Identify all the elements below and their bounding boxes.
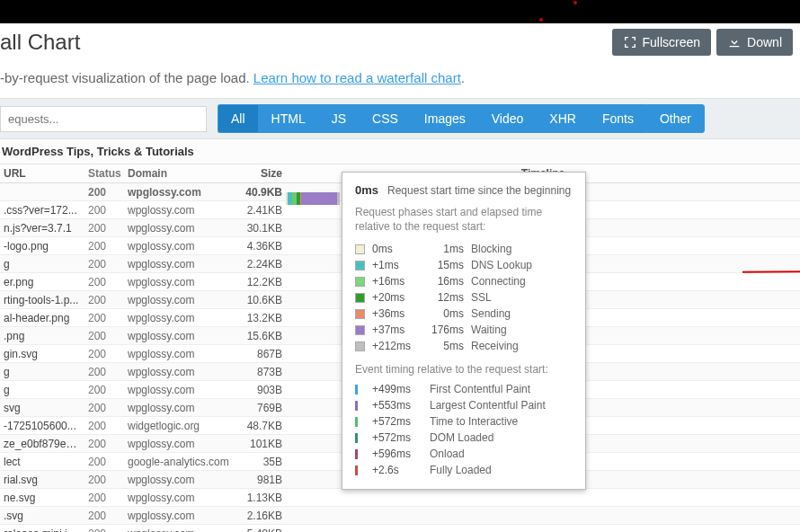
filter-tab-video[interactable]: Video [478,104,537,133]
event-row: +572msDOM Loaded [355,430,573,446]
phase-row: 0ms1msBlocking [355,241,573,257]
phase-row: +16ms16msConnecting [355,273,573,289]
filter-tab-css[interactable]: CSS [359,104,411,133]
page-title: all Chart [0,30,80,55]
event-row: +596msOnload [355,446,573,462]
filter-tab-images[interactable]: Images [411,104,478,133]
page-header: all Chart Fullscreen Downl [0,23,800,61]
waterfall-grid: URL Status Domain Size Timeline 200 wpgl… [0,164,800,532]
phase-row: +212ms5msReceiving [355,338,573,354]
download-button[interactable]: Downl [716,29,793,56]
event-row: +499msFirst Contentful Paint [355,381,573,397]
filter-tabs: AllHTMLJSCSSImagesVideoXHRFontsOther [218,104,705,133]
filter-tab-fonts[interactable]: Fonts [589,104,646,133]
waterfall-docs-link[interactable]: Learn how to read a waterfall chart [253,70,461,85]
waterfall-bar [286,192,340,205]
download-icon [727,35,742,49]
filter-tab-html[interactable]: HTML [258,104,318,133]
phase-row: +1ms15msDNS Lookup [355,257,573,273]
col-url-header[interactable]: URL [0,164,84,182]
event-row: +572msTime to Interactive [355,413,573,430]
col-status-header[interactable]: Status [84,164,124,182]
phase-row: +20ms12msSSL [355,289,573,306]
table-row[interactable]: release.mini.j200wpglossy.com5.40KB [0,525,800,532]
phase-row: +36ms0msSending [355,306,573,322]
col-size-header[interactable]: Size [241,164,286,182]
filter-tab-js[interactable]: JS [318,104,359,133]
phase-row: +37ms176msWaiting [355,322,573,338]
table-row[interactable]: .svg200wpglossy.com2.16KB [0,507,800,525]
filter-tab-all[interactable]: All [218,104,258,133]
context-title: WordPress Tips, Tricks & Tutorials [0,139,800,164]
fullscreen-icon [623,35,637,49]
filter-tab-xhr[interactable]: XHR [536,104,589,133]
filter-requests-input[interactable] [0,106,207,132]
request-tooltip: 0msRequest start time since the beginnin… [342,172,586,490]
col-domain-header[interactable]: Domain [124,164,241,182]
filter-tab-other[interactable]: Other [646,104,705,133]
table-row[interactable]: ne.svg200wpglossy.com1.13KB [0,489,800,507]
event-row: +2.6sFully Loaded [355,462,573,478]
fullscreen-button[interactable]: Fullscreen [612,29,712,56]
filter-bar: AllHTMLJSCSSImagesVideoXHRFontsOther [0,98,800,139]
event-row: +553msLargest Contentful Paint [355,397,573,413]
description: -by-request visualization of the page lo… [0,61,800,98]
